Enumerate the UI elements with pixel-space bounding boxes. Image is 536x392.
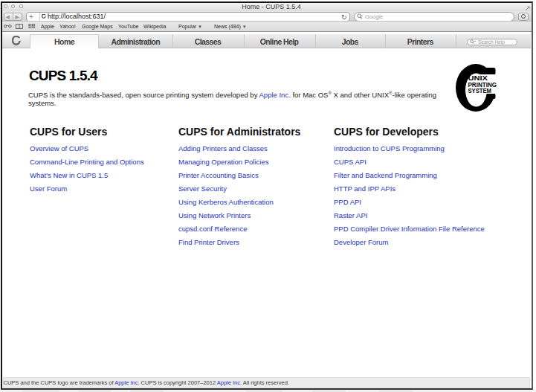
svg-text:SYSTEM: SYSTEM <box>468 87 492 94</box>
